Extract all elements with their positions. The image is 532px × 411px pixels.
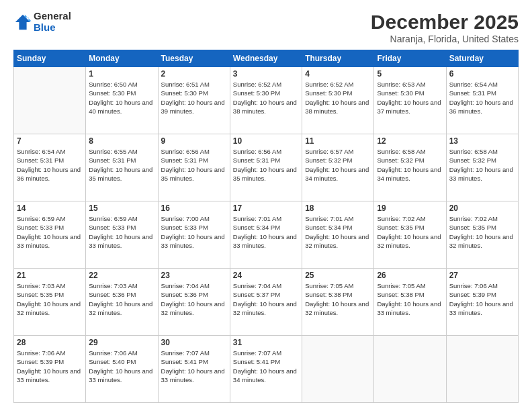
sunset-text: Sunset: 5:38 PM xyxy=(305,290,371,299)
calendar-cell-w1-d6: 13 Sunrise: 6:58 AM Sunset: 5:32 PM Dayl… xyxy=(446,134,518,201)
sunrise-text: Sunrise: 7:07 AM xyxy=(161,349,227,357)
sunset-text: Sunset: 5:36 PM xyxy=(89,290,154,299)
sunset-text: Sunset: 5:33 PM xyxy=(161,223,227,232)
sunset-text: Sunset: 5:38 PM xyxy=(377,290,443,299)
sunrise-text: Sunrise: 6:54 AM xyxy=(17,147,83,156)
day-number: 13 xyxy=(449,136,515,146)
day-number: 12 xyxy=(377,136,443,146)
daylight-text: Daylight: 10 hours and 32 minutes. xyxy=(449,232,515,250)
sunrise-text: Sunrise: 7:04 AM xyxy=(233,281,299,290)
daylight-text: Daylight: 10 hours and 32 minutes. xyxy=(161,300,227,318)
day-number: 7 xyxy=(17,136,83,146)
daylight-text: Daylight: 10 hours and 34 minutes. xyxy=(377,165,443,183)
sunset-text: Sunset: 5:30 PM xyxy=(377,89,443,97)
daylight-text: Daylight: 10 hours and 32 minutes. xyxy=(305,300,371,318)
day-detail: Sunrise: 7:02 AM Sunset: 5:35 PM Dayligh… xyxy=(377,214,443,250)
day-number: 14 xyxy=(17,203,83,213)
day-detail: Sunrise: 6:52 AM Sunset: 5:30 PM Dayligh… xyxy=(233,80,299,116)
daylight-text: Daylight: 10 hours and 33 minutes. xyxy=(233,232,299,250)
day-number: 24 xyxy=(233,271,299,280)
daylight-text: Daylight: 10 hours and 35 minutes. xyxy=(89,165,154,183)
daylight-text: Daylight: 10 hours and 34 minutes. xyxy=(233,367,299,385)
daylight-text: Daylight: 10 hours and 32 minutes. xyxy=(305,232,371,250)
calendar-cell-w0-d3: 3 Sunrise: 6:52 AM Sunset: 5:30 PM Dayli… xyxy=(230,67,302,134)
week-row-1: 7 Sunrise: 6:54 AM Sunset: 5:31 PM Dayli… xyxy=(14,134,519,201)
logo-blue-text: Blue xyxy=(34,22,71,34)
calendar-cell-w3-d1: 22 Sunrise: 7:03 AM Sunset: 5:36 PM Dayl… xyxy=(86,269,158,336)
sunset-text: Sunset: 5:36 PM xyxy=(161,290,227,299)
daylight-text: Daylight: 10 hours and 32 minutes. xyxy=(233,300,299,318)
calendar-cell-w4-d6 xyxy=(446,336,518,403)
daylight-text: Daylight: 10 hours and 35 minutes. xyxy=(233,165,299,183)
daylight-text: Daylight: 10 hours and 33 minutes. xyxy=(17,232,83,250)
day-detail: Sunrise: 6:52 AM Sunset: 5:30 PM Dayligh… xyxy=(305,80,371,116)
weekday-header-saturday: Saturday xyxy=(446,50,518,67)
daylight-text: Daylight: 10 hours and 34 minutes. xyxy=(305,165,371,183)
sunrise-text: Sunrise: 6:57 AM xyxy=(305,147,371,156)
day-number: 17 xyxy=(233,203,299,213)
day-number: 27 xyxy=(449,271,515,280)
logo-text: General Blue xyxy=(34,11,71,33)
day-detail: Sunrise: 6:58 AM Sunset: 5:32 PM Dayligh… xyxy=(449,147,515,183)
daylight-text: Daylight: 10 hours and 33 minutes. xyxy=(449,300,515,318)
day-number: 26 xyxy=(377,271,443,280)
sunrise-text: Sunrise: 6:59 AM xyxy=(89,214,154,223)
day-number: 1 xyxy=(89,69,154,79)
day-detail: Sunrise: 6:55 AM Sunset: 5:31 PM Dayligh… xyxy=(89,147,154,183)
day-number: 5 xyxy=(377,69,443,79)
day-number: 28 xyxy=(17,338,83,347)
day-detail: Sunrise: 7:01 AM Sunset: 5:34 PM Dayligh… xyxy=(305,214,371,250)
daylight-text: Daylight: 10 hours and 36 minutes. xyxy=(449,98,515,116)
daylight-text: Daylight: 10 hours and 35 minutes. xyxy=(161,165,227,183)
calendar-cell-w4-d4 xyxy=(302,336,374,403)
daylight-text: Daylight: 10 hours and 33 minutes. xyxy=(377,300,443,318)
day-detail: Sunrise: 6:54 AM Sunset: 5:31 PM Dayligh… xyxy=(449,80,515,116)
day-number: 31 xyxy=(233,338,299,347)
day-number: 20 xyxy=(449,203,515,213)
sunset-text: Sunset: 5:35 PM xyxy=(449,223,515,232)
sunset-text: Sunset: 5:30 PM xyxy=(89,89,154,97)
daylight-text: Daylight: 10 hours and 33 minutes. xyxy=(89,367,154,385)
day-number: 2 xyxy=(161,69,227,79)
sunrise-text: Sunrise: 6:52 AM xyxy=(233,80,299,89)
weekday-header-monday: Monday xyxy=(86,50,158,67)
day-detail: Sunrise: 6:56 AM Sunset: 5:31 PM Dayligh… xyxy=(161,147,227,183)
sunrise-text: Sunrise: 6:50 AM xyxy=(89,80,154,89)
day-detail: Sunrise: 6:53 AM Sunset: 5:30 PM Dayligh… xyxy=(377,80,443,116)
day-number: 29 xyxy=(89,338,154,347)
calendar-header: SundayMondayTuesdayWednesdayThursdayFrid… xyxy=(14,50,519,67)
day-detail: Sunrise: 6:57 AM Sunset: 5:32 PM Dayligh… xyxy=(305,147,371,183)
week-row-0: 1 Sunrise: 6:50 AM Sunset: 5:30 PM Dayli… xyxy=(14,67,519,134)
weekday-header-wednesday: Wednesday xyxy=(230,50,302,67)
calendar-cell-w3-d3: 24 Sunrise: 7:04 AM Sunset: 5:37 PM Dayl… xyxy=(230,269,302,336)
daylight-text: Daylight: 10 hours and 37 minutes. xyxy=(377,98,443,116)
day-number: 6 xyxy=(449,69,515,79)
day-detail: Sunrise: 6:58 AM Sunset: 5:32 PM Dayligh… xyxy=(377,147,443,183)
sunrise-text: Sunrise: 7:06 AM xyxy=(17,349,83,357)
sunrise-text: Sunrise: 7:06 AM xyxy=(89,349,154,357)
day-detail: Sunrise: 6:50 AM Sunset: 5:30 PM Dayligh… xyxy=(89,80,154,116)
week-row-2: 14 Sunrise: 6:59 AM Sunset: 5:33 PM Dayl… xyxy=(14,201,519,269)
calendar-cell-w4-d5 xyxy=(374,336,446,403)
daylight-text: Daylight: 10 hours and 33 minutes. xyxy=(17,367,83,385)
calendar-cell-w1-d5: 12 Sunrise: 6:58 AM Sunset: 5:32 PM Dayl… xyxy=(374,134,446,201)
calendar-cell-w3-d2: 23 Sunrise: 7:04 AM Sunset: 5:36 PM Dayl… xyxy=(158,269,230,336)
calendar-cell-w2-d5: 19 Sunrise: 7:02 AM Sunset: 5:35 PM Dayl… xyxy=(374,201,446,269)
daylight-text: Daylight: 10 hours and 32 minutes. xyxy=(17,300,83,318)
sunset-text: Sunset: 5:31 PM xyxy=(449,89,515,97)
day-number: 21 xyxy=(17,271,83,280)
header: General Blue December 2025 Naranja, Flor… xyxy=(13,11,519,44)
day-number: 16 xyxy=(161,203,227,213)
calendar-cell-w2-d6: 20 Sunrise: 7:02 AM Sunset: 5:35 PM Dayl… xyxy=(446,201,518,269)
sunset-text: Sunset: 5:33 PM xyxy=(17,223,83,232)
day-number: 23 xyxy=(161,271,227,280)
sunrise-text: Sunrise: 7:03 AM xyxy=(17,281,83,290)
day-detail: Sunrise: 7:05 AM Sunset: 5:38 PM Dayligh… xyxy=(305,281,371,317)
day-number: 3 xyxy=(233,69,299,79)
sunrise-text: Sunrise: 7:05 AM xyxy=(305,281,371,290)
calendar-cell-w3-d6: 27 Sunrise: 7:06 AM Sunset: 5:39 PM Dayl… xyxy=(446,269,518,336)
sunset-text: Sunset: 5:33 PM xyxy=(89,223,154,232)
sunrise-text: Sunrise: 7:04 AM xyxy=(161,281,227,290)
calendar-cell-w2-d4: 18 Sunrise: 7:01 AM Sunset: 5:34 PM Dayl… xyxy=(302,201,374,269)
day-detail: Sunrise: 7:07 AM Sunset: 5:41 PM Dayligh… xyxy=(233,349,299,384)
